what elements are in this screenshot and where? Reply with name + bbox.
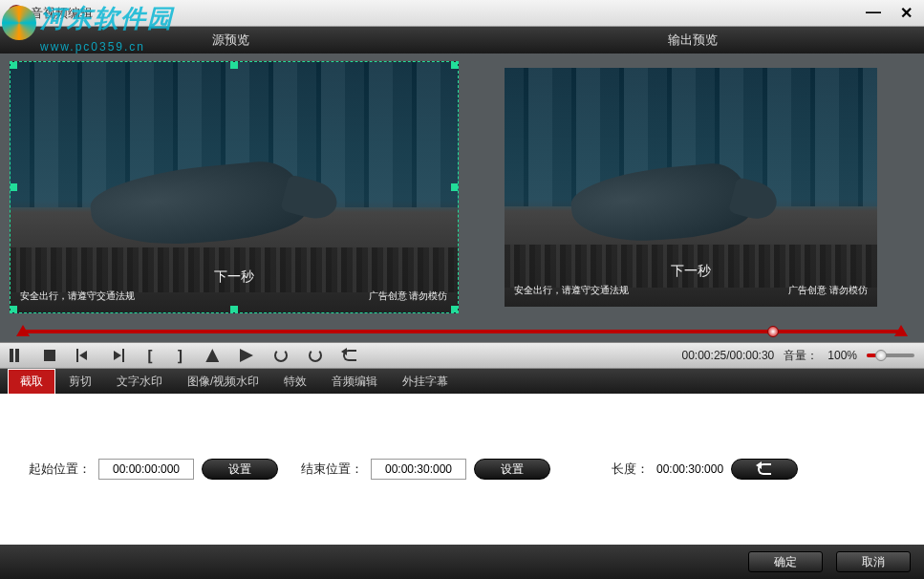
tabs-bar: 截取 剪切 文字水印 图像/视频水印 特效 音频编辑 外挂字幕 [0,369,924,394]
stop-button[interactable] [44,350,55,361]
tab-cut[interactable]: 剪切 [57,370,103,394]
prev-frame-button[interactable] [76,349,90,362]
tab-audio-edit[interactable]: 音频编辑 [320,370,389,394]
preview-header-row: 源预览 输出预览 [0,27,924,54]
timeline[interactable] [0,321,924,342]
crop-handle[interactable] [451,183,459,191]
video-caption-right: 广告创意 请勿模仿 [369,290,448,303]
video-frame: 下一秒 安全出行，请遵守交通法规 广告创意 请勿模仿 [11,62,458,312]
end-set-button[interactable]: 设置 [474,459,550,480]
start-position-label: 起始位置： [29,461,91,478]
minimize-button[interactable]: — [862,4,885,22]
preview-area: 下一秒 安全出行，请遵守交通法规 广告创意 请勿模仿 下一秒 安全出行，请遵守交… [0,54,924,321]
undo-icon [758,463,771,475]
length-value: 00:00:30:000 [656,462,723,476]
mark-out-button[interactable]: ] [176,347,185,365]
output-preview: 下一秒 安全出行，请遵守交通法规 广告创意 请勿模仿 [505,68,877,307]
end-position-label: 结束位置： [301,461,363,478]
app-icon [8,5,25,22]
crop-handle[interactable] [230,61,238,69]
timeline-end-marker[interactable] [894,325,908,336]
pause-button[interactable] [10,349,23,362]
volume-slider[interactable] [867,354,914,357]
tab-effects[interactable]: 特效 [272,370,318,394]
tab-text-watermark[interactable]: 文字水印 [105,370,174,394]
video-caption-center: 下一秒 [214,268,254,286]
tab-subtitle[interactable]: 外挂字幕 [391,370,460,394]
start-set-button[interactable]: 设置 [202,459,278,480]
source-preview-label: 源预览 [0,27,462,54]
footer-bar: 确定 取消 [0,545,924,579]
start-position-input[interactable] [98,459,194,480]
flip-horizontal-button[interactable] [205,349,219,362]
timeline-playhead[interactable] [767,326,779,337]
rotate-left-button[interactable] [274,349,288,362]
controls-bar: [ ] 00:00:25/00:00:30 音量： 100% [0,342,924,369]
end-position-input[interactable] [371,459,466,480]
mark-in-button[interactable]: [ [145,347,155,365]
flip-vertical-button[interactable] [240,349,253,362]
window-title: 音视频编辑 [31,5,862,22]
crop-handle[interactable] [451,61,459,69]
clip-panel: 起始位置： 设置 结束位置： 设置 长度： 00:00:30:000 [0,394,924,545]
reset-button[interactable] [731,459,798,480]
volume-value: 100% [827,349,857,362]
output-preview-label: 输出预览 [462,27,925,54]
cancel-button[interactable]: 取消 [836,551,911,572]
timeline-start-marker[interactable] [16,325,30,336]
ok-button[interactable]: 确定 [748,551,823,572]
close-button[interactable]: ✕ [896,4,916,22]
undo-button[interactable] [343,350,356,361]
video-caption-left: 安全出行，请遵守交通法规 [20,290,135,303]
tab-image-watermark[interactable]: 图像/视频水印 [176,370,270,394]
titlebar: 音视频编辑 — ✕ [0,0,924,27]
tab-clip[interactable]: 截取 [8,369,55,395]
crop-handle[interactable] [10,61,17,69]
source-preview[interactable]: 下一秒 安全出行，请遵守交通法规 广告创意 请勿模仿 [10,61,459,313]
length-label: 长度： [612,461,649,478]
crop-handle[interactable] [230,306,238,313]
rotate-right-button[interactable] [309,349,322,362]
next-frame-button[interactable] [111,349,124,362]
crop-handle[interactable] [451,306,459,313]
crop-handle[interactable] [10,183,17,191]
volume-label: 音量： [784,348,818,364]
crop-handle[interactable] [10,306,17,313]
time-display: 00:00:25/00:00:30 [682,349,775,362]
volume-thumb[interactable] [875,350,887,361]
